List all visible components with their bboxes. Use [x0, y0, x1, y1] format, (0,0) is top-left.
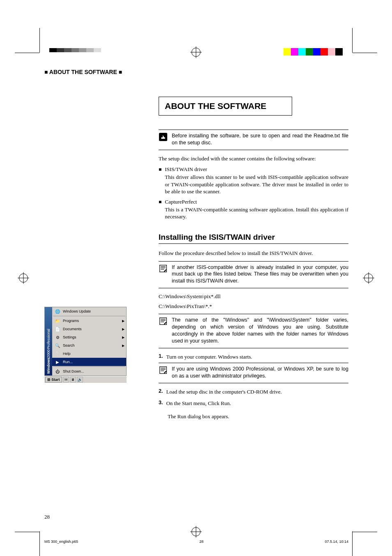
submenu-arrow-icon: ▶ — [122, 319, 125, 323]
grayscale-calibration-bar — [49, 48, 108, 52]
memo-note: If another ISIS-compatible driver is alr… — [159, 261, 348, 289]
step-text: Load the setup disc in the computer's CD… — [166, 388, 281, 396]
gray-swatch — [49, 48, 57, 52]
start-menu-item[interactable]: ⏻Shut Down... — [52, 367, 126, 375]
step-item: 1. Turn on your computer. Windows starts… — [159, 353, 348, 361]
registration-target-icon — [191, 527, 201, 536]
memo-icon — [159, 264, 168, 273]
menu-item-icon: ▶ — [55, 359, 60, 365]
menu-item-label: Documents — [63, 327, 82, 331]
menu-item-label: Windows Update — [63, 309, 91, 313]
footer-page: 28 — [199, 540, 203, 544]
start-menu-screenshot: Windows 2000 Professional 🌐Windows Updat… — [44, 307, 127, 383]
page-number: 28 — [44, 514, 50, 520]
color-swatch — [313, 48, 321, 56]
bullet-title: ISIS/TWAIN driver — [165, 166, 348, 173]
subsection-intro: Follow the procedure described below to … — [159, 250, 348, 257]
start-menu-item[interactable]: ▶Run... — [52, 358, 126, 366]
crop-mark — [353, 532, 377, 532]
intro-paragraph: The setup disc included with the scanner… — [159, 155, 348, 162]
stripe-2000: 2000 — [46, 350, 51, 358]
important-note-text: Before installing the software, be sure … — [172, 132, 348, 146]
memo-note: If you are using Windows 2000 Profession… — [159, 363, 348, 383]
gray-swatch — [57, 48, 64, 52]
submenu-arrow-icon: ▶ — [122, 344, 125, 348]
bullet-glyph: ■ — [159, 166, 161, 195]
start-menu-item[interactable]: 📄Documents▶ — [52, 325, 126, 333]
start-button[interactable]: ⊞ Start — [45, 377, 62, 382]
registration-target-icon — [19, 273, 28, 283]
menu-divider — [53, 316, 125, 316]
step-number: 3. — [159, 400, 163, 407]
page-content: ■ ABOUT THE SOFTWARE ■ Windows 2000 Prof… — [44, 60, 348, 520]
crop-mark — [39, 531, 40, 556]
menu-item-icon: 🌐 — [55, 308, 60, 314]
registration-target-icon — [191, 48, 201, 57]
step-text: On the Start menu, Click Run. — [166, 400, 231, 407]
tray-icon[interactable]: 🔊 — [77, 377, 83, 382]
tray-icon[interactable]: 🖥 — [70, 377, 76, 382]
menu-item-label: Search — [63, 343, 75, 348]
menu-item-icon: ⏻ — [55, 368, 60, 374]
memo-icon — [159, 317, 168, 326]
menu-item-label: Programs — [63, 319, 79, 323]
color-swatch — [284, 48, 291, 56]
gray-swatch — [64, 48, 71, 52]
footer-datetime: 07.5.14, 10:14 — [325, 540, 348, 544]
windows-logo-icon: ⊞ — [47, 378, 51, 382]
start-menu-items: 🌐Windows Update📁Programs▶📄Documents▶⚙Set… — [52, 307, 126, 375]
menu-item-label: Help — [63, 352, 71, 356]
crop-mark — [39, 28, 40, 53]
step-number: 1. — [159, 353, 163, 361]
start-label: Start — [51, 378, 60, 382]
section-title: ABOUT THE SOFTWARE — [159, 97, 292, 116]
important-note: Before installing the software, be sure … — [159, 130, 348, 150]
start-menu-stripe: Windows 2000 Professional — [45, 307, 52, 375]
menu-item-label: Settings — [63, 335, 76, 339]
submenu-arrow-icon: ▶ — [122, 336, 125, 339]
footer-metadata: MS 300_english.p65 28 07.5.14, 10:14 — [44, 540, 348, 544]
menu-item-icon: 📁 — [55, 318, 60, 324]
running-head-text: ABOUT THE SOFTWARE — [49, 69, 117, 75]
gray-swatch — [101, 48, 108, 52]
bullet-body: This is a TWAIN-compatible scanning soft… — [165, 206, 348, 220]
color-swatch — [321, 48, 328, 56]
left-column: Windows 2000 Professional 🌐Windows Updat… — [44, 97, 147, 420]
menu-item-icon: 📄 — [55, 326, 60, 332]
gray-swatch — [94, 48, 101, 52]
running-head: ■ ABOUT THE SOFTWARE ■ — [44, 69, 348, 75]
crop-mark — [353, 53, 377, 53]
start-menu-item[interactable]: ❔Help — [52, 350, 126, 358]
start-menu-item[interactable]: ⚙Settings▶ — [52, 333, 126, 341]
registration-target-icon — [364, 273, 373, 283]
bullet-item: ■ CapturePerfect This is a TWAIN-compati… — [159, 199, 348, 220]
menu-item-icon: ❔ — [55, 351, 60, 357]
start-menu-item[interactable]: 🌐Windows Update — [52, 307, 126, 315]
square-glyph: ■ — [119, 69, 122, 75]
file-path: C:\Windows\PixTran\*.* — [159, 303, 348, 310]
crop-mark — [15, 532, 39, 532]
memo-note: The name of the "\Windows" and "\Windows… — [159, 314, 348, 348]
color-swatch — [298, 48, 306, 56]
step-number: 2. — [159, 388, 163, 396]
memo-note-text: If you are using Windows 2000 Profession… — [172, 366, 348, 380]
right-column: ABOUT THE SOFTWARE Before installing the… — [159, 97, 348, 420]
crop-mark — [352, 531, 353, 556]
result-text: The Run dialog box appears. — [168, 413, 348, 420]
color-swatch — [306, 48, 313, 56]
menu-item-icon: ⚙ — [55, 334, 60, 340]
gray-swatch — [79, 48, 86, 52]
start-menu-item[interactable]: 🔍Search▶ — [52, 341, 126, 350]
stripe-professional: Professional — [46, 329, 51, 349]
hand-point-icon — [159, 132, 168, 141]
start-menu-item[interactable]: 📁Programs▶ — [52, 317, 126, 325]
step-item: 2. Load the setup disc in the computer's… — [159, 388, 348, 396]
memo-note-text: If another ISIS-compatible driver is alr… — [172, 264, 348, 285]
memo-note-text: The name of the "\Windows" and "\Windows… — [172, 317, 348, 345]
gray-swatch — [86, 48, 94, 52]
square-glyph: ■ — [44, 69, 48, 75]
taskbar: ⊞ Start ✉ 🖥 🔊 — [44, 376, 127, 383]
crop-mark — [15, 53, 39, 53]
step-text: Turn on your computer. Windows starts. — [166, 353, 252, 361]
tray-icon[interactable]: ✉ — [63, 377, 69, 382]
